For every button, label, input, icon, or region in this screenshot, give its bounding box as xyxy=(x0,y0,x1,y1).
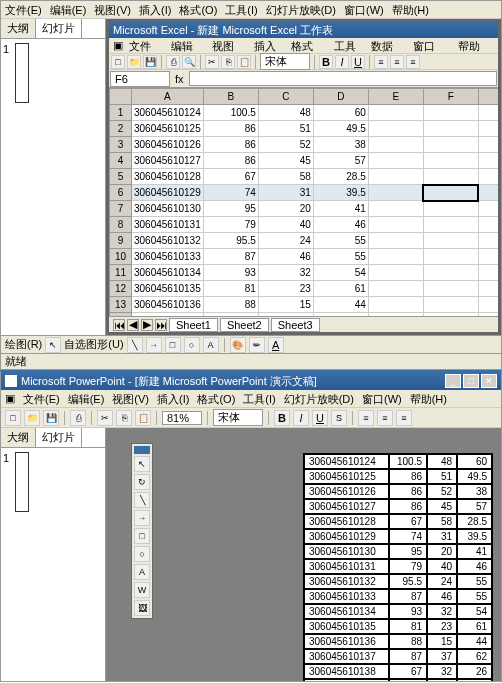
cell[interactable] xyxy=(423,185,478,201)
menu-format[interactable]: 格式(O) xyxy=(197,392,235,405)
font-select[interactable]: 宋体 xyxy=(213,409,263,426)
cell[interactable]: 57 xyxy=(313,153,368,169)
menu-edit[interactable]: 编辑(E) xyxy=(68,392,105,405)
cell[interactable] xyxy=(478,153,498,169)
align-right-icon[interactable]: ≡ xyxy=(406,55,420,69)
cell[interactable] xyxy=(478,169,498,185)
line-icon[interactable]: ╲ xyxy=(127,337,143,353)
menu-help[interactable]: 帮助(H) xyxy=(392,3,429,16)
print-icon[interactable]: ⎙ xyxy=(70,410,86,426)
row-header[interactable]: 9 xyxy=(110,233,132,249)
cell[interactable]: 306045610137 xyxy=(132,313,204,317)
table-cell[interactable]: 87 xyxy=(389,649,427,664)
cell[interactable]: 87 xyxy=(203,313,258,317)
pointer-icon[interactable]: ↖ xyxy=(134,456,150,472)
col-header[interactable] xyxy=(110,89,132,105)
table-cell[interactable]: 55 xyxy=(457,589,492,604)
xmenu-view[interactable]: 视图(V) xyxy=(212,39,248,52)
cell[interactable]: 40 xyxy=(258,217,313,233)
table-cell[interactable]: 24 xyxy=(427,574,457,589)
col-header[interactable]: B xyxy=(203,89,258,105)
cell[interactable]: 24 xyxy=(258,233,313,249)
row-header[interactable]: 14 xyxy=(110,313,132,317)
table-cell[interactable]: 67 xyxy=(389,664,427,679)
cell[interactable]: 306045610131 xyxy=(132,217,204,233)
cell[interactable] xyxy=(478,297,498,313)
table-cell[interactable]: 44 xyxy=(457,634,492,649)
cell[interactable] xyxy=(423,153,478,169)
table-cell[interactable]: 306045610127 xyxy=(304,499,389,514)
cell[interactable] xyxy=(478,249,498,265)
autoshapes-menu[interactable]: 自选图形(U) xyxy=(64,337,123,352)
row-header[interactable]: 4 xyxy=(110,153,132,169)
table-cell[interactable]: 28.5 xyxy=(457,514,492,529)
cell[interactable]: 23 xyxy=(258,281,313,297)
cell[interactable] xyxy=(368,137,423,153)
sys-icon[interactable]: ▣ xyxy=(5,392,15,405)
table-cell[interactable]: 38 xyxy=(457,484,492,499)
cell[interactable]: 20 xyxy=(258,201,313,217)
font-select[interactable]: 宋体 xyxy=(260,53,310,70)
draw-menu[interactable]: 绘图(R) xyxy=(5,337,42,352)
nav-prev-icon[interactable]: ◀ xyxy=(127,319,139,331)
tab-outline[interactable]: 大纲 xyxy=(1,428,36,447)
table-cell[interactable]: 306045610129 xyxy=(304,529,389,544)
align-left-icon[interactable]: ≡ xyxy=(374,55,388,69)
menu-view[interactable]: 视图(V) xyxy=(94,3,131,16)
cell[interactable] xyxy=(423,265,478,281)
cell[interactable]: 60 xyxy=(313,105,368,121)
table-cell[interactable]: 23 xyxy=(427,679,457,681)
table-cell[interactable]: 86 xyxy=(389,469,427,484)
row-header[interactable]: 5 xyxy=(110,169,132,185)
menu-file[interactable]: 文件(E) xyxy=(23,392,60,405)
cell[interactable]: 44 xyxy=(313,297,368,313)
cell[interactable]: 38 xyxy=(313,137,368,153)
cell[interactable]: 306045610128 xyxy=(132,169,204,185)
floating-toolbar[interactable]: ↖ ↻ ╲ → □ ○ A W 🖼 xyxy=(131,443,153,619)
cell[interactable]: 39.5 xyxy=(313,185,368,201)
clipart-icon[interactable]: 🖼 xyxy=(134,600,150,616)
cell[interactable] xyxy=(423,137,478,153)
menu-view[interactable]: 视图(V) xyxy=(112,392,149,405)
slide-thumbnail[interactable] xyxy=(15,43,29,103)
cell[interactable] xyxy=(368,297,423,313)
menu-insert[interactable]: 插入(I) xyxy=(157,392,189,405)
cell[interactable]: 41 xyxy=(313,201,368,217)
cell[interactable]: 306045610130 xyxy=(132,201,204,217)
cell[interactable] xyxy=(423,217,478,233)
copy-icon[interactable]: ⎘ xyxy=(116,410,132,426)
cell[interactable] xyxy=(423,249,478,265)
table-cell[interactable]: 95.5 xyxy=(389,574,427,589)
table-cell[interactable]: 306045610132 xyxy=(304,574,389,589)
table-cell[interactable]: 87 xyxy=(389,589,427,604)
cell[interactable] xyxy=(368,169,423,185)
table-cell[interactable]: 95 xyxy=(389,544,427,559)
menu-format[interactable]: 格式(O) xyxy=(179,3,217,16)
cell[interactable] xyxy=(478,217,498,233)
save-icon[interactable]: 💾 xyxy=(43,410,59,426)
table-cell[interactable] xyxy=(457,679,492,681)
cell[interactable] xyxy=(423,233,478,249)
cell[interactable] xyxy=(368,105,423,121)
cell[interactable]: 45 xyxy=(258,153,313,169)
menu-edit[interactable]: 编辑(E) xyxy=(50,3,87,16)
row-header[interactable]: 11 xyxy=(110,265,132,281)
cell[interactable]: 86 xyxy=(203,137,258,153)
spreadsheet-grid[interactable]: ABCDEFGHI1306045610124100.54860230604561… xyxy=(109,88,498,316)
cell[interactable]: 306045610127 xyxy=(132,153,204,169)
row-header[interactable]: 12 xyxy=(110,281,132,297)
row-header[interactable]: 6 xyxy=(110,185,132,201)
align-right-icon[interactable]: ≡ xyxy=(396,410,412,426)
table-cell[interactable]: 67 xyxy=(389,514,427,529)
cell[interactable] xyxy=(478,137,498,153)
sheet-tab[interactable]: Sheet3 xyxy=(271,318,320,332)
cell[interactable]: 79 xyxy=(203,217,258,233)
nav-first-icon[interactable]: ⏮ xyxy=(113,319,125,331)
cell[interactable] xyxy=(368,249,423,265)
line-icon[interactable]: ╲ xyxy=(134,492,150,508)
cell[interactable] xyxy=(478,185,498,201)
table-cell[interactable]: 83 xyxy=(389,679,427,681)
cell[interactable] xyxy=(368,153,423,169)
cell[interactable] xyxy=(368,217,423,233)
cell[interactable]: 55 xyxy=(313,249,368,265)
